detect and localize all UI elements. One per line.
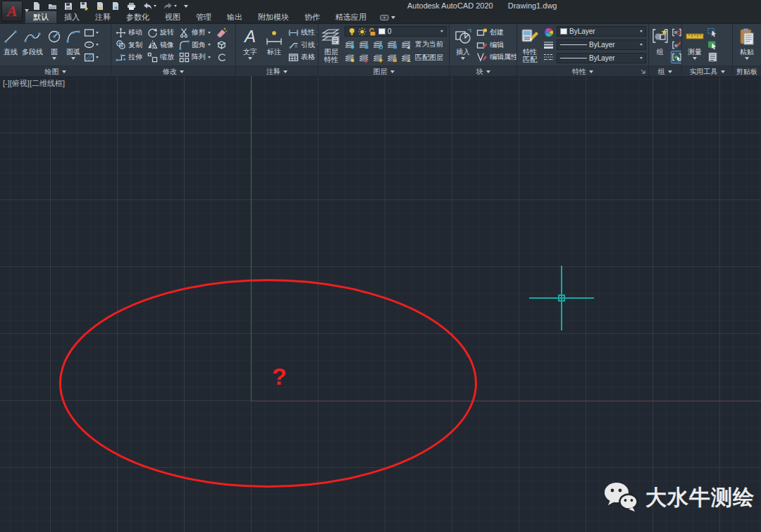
drawing-canvas[interactable]: [-][俯视][二维线框] ? 大水牛测绘 — [0, 76, 761, 532]
stretch-button[interactable]: 拉伸 — [116, 51, 142, 63]
fillet-button[interactable]: 圆角 — [179, 39, 211, 51]
linetype-button[interactable] — [543, 51, 554, 63]
tab-parametric[interactable]: 参数化 — [118, 11, 157, 23]
layer-properties-button[interactable]: 图层特性 — [321, 25, 342, 64]
save-icon[interactable] — [64, 2, 73, 11]
tab-featured-apps[interactable]: 精选应用 — [328, 11, 374, 23]
make-current-button[interactable]: 置为当前 — [415, 39, 443, 49]
trim-caret-icon[interactable] — [208, 32, 211, 34]
layer-thaw-all-icon[interactable] — [373, 53, 383, 63]
panel-draw-label[interactable]: 绘图 — [0, 66, 111, 77]
id-point-button[interactable] — [707, 27, 718, 38]
paste-caret-icon[interactable] — [745, 57, 749, 60]
hatch-button[interactable] — [84, 51, 99, 63]
circle-button[interactable]: 圆 — [46, 25, 63, 64]
group-button[interactable]: 组 — [650, 25, 670, 64]
panel-block-label[interactable]: 块 — [450, 66, 516, 77]
mirror-button[interactable]: 镜像 — [147, 39, 174, 51]
join-button[interactable] — [216, 51, 227, 63]
undo-icon[interactable] — [143, 2, 152, 10]
dimension-button[interactable]: 标注 — [264, 25, 284, 64]
text-caret-icon[interactable] — [248, 57, 252, 60]
tab-addins[interactable]: 附加模块 — [250, 11, 297, 23]
ungroup-button[interactable] — [672, 27, 682, 38]
color-dropdown[interactable]: ByLayer — [557, 26, 646, 37]
lineweight-button[interactable] — [543, 39, 554, 51]
tab-output[interactable]: 输出 — [219, 11, 250, 23]
layer-unisolate-icon[interactable] — [359, 39, 369, 49]
layer-isolate-icon[interactable] — [345, 39, 355, 49]
match-layer-button[interactable]: 匹配图层 — [415, 53, 443, 63]
group-selection-toggle[interactable] — [672, 51, 682, 63]
layer-freeze-icon[interactable] — [373, 39, 383, 49]
undo-caret-icon[interactable] — [154, 5, 156, 7]
edit-block-button[interactable]: 编辑 — [476, 39, 517, 51]
layer-off-icon[interactable] — [345, 53, 355, 63]
panel-properties-label[interactable]: 特性 — [517, 66, 648, 77]
arc-caret-icon[interactable] — [71, 57, 75, 60]
application-menu-caret-icon[interactable] — [25, 9, 29, 12]
line-button[interactable]: 直线 — [2, 25, 19, 64]
qat-customize-caret-icon[interactable] — [184, 5, 188, 8]
array-caret-icon[interactable] — [208, 56, 211, 58]
leader-button[interactable]: 引线 — [288, 39, 318, 51]
copy-button[interactable]: 复制 — [116, 39, 142, 51]
new-file-icon[interactable] — [32, 1, 41, 11]
panel-layers-label[interactable]: 图层 — [318, 66, 449, 77]
group-edit-button[interactable] — [672, 39, 682, 51]
ribbon-display-toggle[interactable] — [380, 11, 395, 23]
erase-button[interactable] — [216, 27, 227, 38]
layer-edit-icon[interactable] — [359, 53, 369, 63]
open-file-icon[interactable] — [48, 2, 57, 11]
tab-view[interactable]: 视图 — [157, 11, 188, 23]
arc-button[interactable]: 圆弧 — [65, 25, 82, 64]
match-layer-icon[interactable] — [401, 53, 412, 63]
layer-unlock2-icon[interactable] — [387, 53, 397, 63]
tab-annotate[interactable]: 注释 — [87, 11, 118, 23]
insert-caret-icon[interactable] — [461, 57, 465, 60]
properties-dialog-launcher-icon[interactable] — [641, 69, 645, 74]
linear-dim-button[interactable]: 线性 — [288, 27, 318, 38]
redo-caret-icon[interactable] — [174, 5, 177, 7]
quick-select-button[interactable] — [707, 39, 718, 51]
measure-caret-icon[interactable] — [693, 57, 697, 60]
publish-icon[interactable] — [111, 1, 120, 11]
table-button[interactable]: 表格 — [288, 51, 318, 63]
object-color-button[interactable] — [544, 27, 554, 38]
tab-insert[interactable]: 插入 — [56, 11, 87, 23]
insert-block-button[interactable]: 插入 — [453, 25, 473, 64]
rectangle-button[interactable] — [84, 27, 99, 38]
redo-icon[interactable] — [163, 2, 173, 10]
polyline-button[interactable]: 多段线 — [21, 25, 44, 64]
tab-manage[interactable]: 管理 — [188, 11, 219, 23]
plot-stamp-icon[interactable] — [96, 1, 104, 11]
layer-lock-icon[interactable] — [387, 39, 397, 49]
trim-button[interactable]: 修剪 — [179, 27, 211, 38]
array-button[interactable]: 阵列 — [179, 51, 211, 63]
plot-icon[interactable] — [127, 2, 136, 11]
ellipse-button[interactable] — [84, 39, 99, 51]
edit-attributes-button[interactable]: 编辑属性 — [476, 51, 517, 63]
panel-utilities-label[interactable]: 实用工具 — [682, 66, 732, 77]
move-button[interactable]: 移动 — [116, 27, 142, 38]
paste-button[interactable]: 粘贴 — [737, 25, 757, 64]
linetype-dropdown[interactable]: ByLayer — [557, 53, 646, 63]
rotate-button[interactable]: 旋转 — [147, 27, 174, 38]
panel-modify-label[interactable]: 修改 — [111, 66, 235, 77]
measure-button[interactable]: 测量 — [685, 25, 705, 64]
save-as-icon[interactable] — [80, 1, 89, 11]
viewport-controls[interactable]: [-][俯视][二维线框] — [3, 78, 65, 89]
scale-button[interactable]: 缩放 — [147, 51, 174, 63]
circle-caret-icon[interactable] — [52, 57, 56, 60]
red-ellipse-object[interactable] — [59, 279, 477, 488]
text-button[interactable]: A 文字 — [240, 25, 260, 64]
tab-collaborate[interactable]: 协作 — [297, 11, 328, 23]
layer-dropdown[interactable]: 0 — [345, 26, 447, 37]
panel-clipboard-label[interactable]: 剪贴板 — [733, 66, 761, 77]
application-menu-button[interactable]: A — [1, 1, 23, 22]
tab-default[interactable]: 默认 — [25, 11, 56, 23]
panel-annotate-label[interactable]: 注释 — [236, 66, 318, 77]
lineweight-dropdown[interactable]: ByLayer — [557, 39, 646, 50]
match-properties-button[interactable]: 特性匹配 — [519, 25, 540, 64]
explode-button[interactable] — [216, 39, 227, 51]
